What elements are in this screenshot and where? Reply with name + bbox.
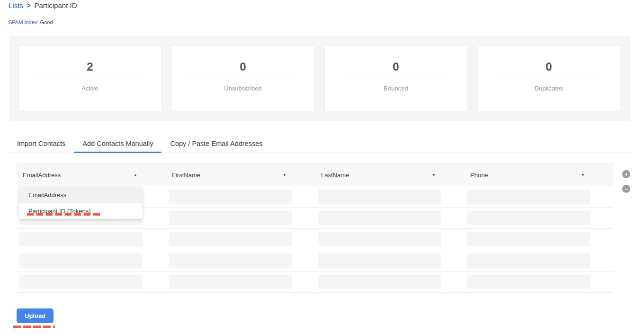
contact-input-lastname-row3[interactable] xyxy=(318,232,441,246)
caret-down-icon: ▼ xyxy=(581,173,585,177)
stat-label: Bounced xyxy=(325,85,467,92)
contact-input-lastname-row2[interactable] xyxy=(318,211,441,225)
tab-bar: Import Contacts Add Contacts Manually Co… xyxy=(9,136,630,153)
contact-input-phone-row5[interactable] xyxy=(467,275,590,289)
spam-index-label: SPAM Index: xyxy=(9,19,38,25)
contact-input-firstname-row3[interactable] xyxy=(169,232,292,246)
upload-button[interactable]: Upload xyxy=(17,308,54,323)
contacts-table: EmailAddress ▲ FirstName ▼ LastName ▼ Ph… xyxy=(17,163,613,293)
breadcrumb-current-page: Participant ID xyxy=(34,1,77,9)
stat-divider xyxy=(338,79,454,79)
column-select-label: FirstName xyxy=(172,172,200,179)
column-select-lastname[interactable]: LastName ▼ xyxy=(315,172,464,179)
tab-copy-paste-email-addresses[interactable]: Copy / Paste Email Addresses xyxy=(161,136,271,153)
spam-index-value: Good xyxy=(40,19,53,25)
table-row xyxy=(17,250,613,272)
stat-divider xyxy=(32,79,148,79)
add-row-button[interactable]: + xyxy=(622,170,630,178)
annotation-red-dashed-underline-upload xyxy=(13,326,55,328)
contact-input-email-row5[interactable] xyxy=(19,275,143,289)
stat-value: 0 xyxy=(172,60,314,73)
stat-divider xyxy=(491,79,607,79)
stat-divider xyxy=(185,79,301,79)
contact-input-firstname-row4[interactable] xyxy=(169,254,292,268)
caret-down-icon: ▼ xyxy=(283,173,286,177)
caret-up-icon: ▲ xyxy=(134,173,137,177)
stat-card-duplicates: 0 Duplicates xyxy=(477,45,620,111)
tab-import-contacts[interactable]: Import Contacts xyxy=(9,136,74,153)
table-row xyxy=(17,229,613,250)
tab-add-contacts-manually[interactable]: Add Contacts Manually xyxy=(74,136,161,153)
contact-input-firstname-row1[interactable] xyxy=(169,190,292,204)
column-select-phone[interactable]: Phone ▼ xyxy=(464,172,613,179)
annotation-red-dashed-underline xyxy=(27,213,103,216)
stat-label: Unsubscribed xyxy=(172,85,314,92)
remove-row-button[interactable]: − xyxy=(622,185,630,193)
column-select-firstname[interactable]: FirstName ▼ xyxy=(166,172,315,179)
stat-label: Duplicates xyxy=(478,85,620,92)
stat-label: Active xyxy=(19,85,161,92)
column-select-emailaddress[interactable]: EmailAddress ▲ xyxy=(17,172,166,179)
minus-icon: − xyxy=(625,186,628,192)
contact-input-lastname-row5[interactable] xyxy=(318,275,441,289)
dropdown-option-emailaddress[interactable]: EmailAddress xyxy=(19,187,143,203)
contact-input-email-row3[interactable] xyxy=(19,232,143,246)
spam-index: SPAM Index:Good xyxy=(9,19,53,25)
contact-input-lastname-row4[interactable] xyxy=(318,254,441,268)
contact-input-phone-row4[interactable] xyxy=(467,254,590,268)
caret-down-icon: ▼ xyxy=(432,173,436,177)
contact-input-email-row4[interactable] xyxy=(19,254,143,268)
plus-icon: + xyxy=(625,172,628,177)
stat-card-active: 2 Active xyxy=(18,45,161,111)
stat-card-bounced: 0 Bounced xyxy=(324,45,467,111)
contact-input-phone-row3[interactable] xyxy=(467,232,590,246)
stat-value: 0 xyxy=(478,60,620,73)
breadcrumb-lists-link[interactable]: Lists xyxy=(9,1,23,9)
contact-input-firstname-row2[interactable] xyxy=(169,211,292,225)
column-select-label: EmailAddress xyxy=(23,172,61,179)
stat-card-unsubscribed: 0 Unsubscribed xyxy=(171,45,314,111)
contacts-table-header: EmailAddress ▲ FirstName ▼ LastName ▼ Ph… xyxy=(17,163,613,186)
contact-input-phone-row1[interactable] xyxy=(467,190,590,204)
dropdown-option-participant-id-tokens[interactable]: Participant ID (Tokens) xyxy=(19,203,143,219)
stat-value: 0 xyxy=(325,60,467,73)
stat-value: 2 xyxy=(19,60,161,73)
column-select-label: Phone xyxy=(470,172,488,179)
contact-input-lastname-row1[interactable] xyxy=(318,190,441,204)
page: Lists > Participant ID SPAM Index:Good 2… xyxy=(0,0,644,335)
contact-input-phone-row2[interactable] xyxy=(467,211,590,225)
breadcrumb: Lists > Participant ID xyxy=(9,1,77,9)
stats-panel: 2 Active 0 Unsubscribed 0 Bounced 0 Dupl… xyxy=(9,36,630,121)
chevron-right-icon: > xyxy=(27,1,31,10)
table-row xyxy=(17,272,613,293)
contact-input-firstname-row5[interactable] xyxy=(169,275,292,289)
column-select-label: LastName xyxy=(321,172,349,179)
